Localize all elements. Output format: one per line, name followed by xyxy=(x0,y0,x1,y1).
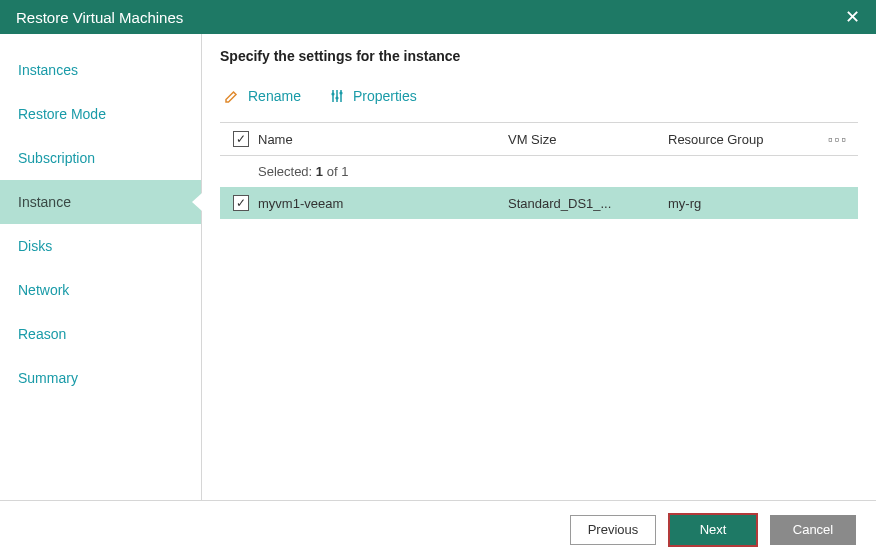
column-header-resource-group[interactable]: Resource Group xyxy=(668,132,818,147)
pencil-icon xyxy=(224,88,240,104)
rename-button[interactable]: Rename xyxy=(224,88,301,104)
row-checkbox[interactable]: ✓ xyxy=(233,195,249,211)
sidebar-item-disks[interactable]: Disks xyxy=(0,224,201,268)
column-header-name[interactable]: Name xyxy=(258,132,508,147)
svg-point-2 xyxy=(339,91,342,94)
close-icon[interactable]: ✕ xyxy=(840,6,864,28)
properties-label: Properties xyxy=(353,88,417,104)
sidebar-item-label: Instance xyxy=(18,194,71,210)
sidebar-item-subscription[interactable]: Subscription xyxy=(0,136,201,180)
previous-button[interactable]: Previous xyxy=(570,515,656,545)
select-all-checkbox[interactable]: ✓ xyxy=(233,131,249,147)
sliders-icon xyxy=(329,88,345,104)
cell-resource-group: my-rg xyxy=(668,196,818,211)
svg-point-1 xyxy=(335,96,338,99)
selection-count: 1 xyxy=(316,164,323,179)
cell-vm-size: Standard_DS1_... xyxy=(508,196,668,211)
properties-button[interactable]: Properties xyxy=(329,88,417,104)
page-heading: Specify the settings for the instance xyxy=(220,48,858,64)
titlebar: Restore Virtual Machines ✕ xyxy=(0,0,876,34)
selection-prefix: Selected: xyxy=(258,164,316,179)
sidebar-item-label: Instances xyxy=(18,62,78,78)
svg-point-0 xyxy=(331,92,334,95)
selection-summary: Selected: 1 of 1 xyxy=(220,156,858,187)
sidebar-item-label: Subscription xyxy=(18,150,95,166)
column-picker-icon[interactable]: ▫▫▫ xyxy=(818,132,854,147)
cancel-button[interactable]: Cancel xyxy=(770,515,856,545)
sidebar-item-summary[interactable]: Summary xyxy=(0,356,201,400)
cell-name: myvm1-veeam xyxy=(258,196,508,211)
sidebar-item-reason[interactable]: Reason xyxy=(0,312,201,356)
window-title: Restore Virtual Machines xyxy=(16,9,183,26)
toolbar: Rename Properties xyxy=(220,88,858,104)
sidebar-item-instance[interactable]: Instance xyxy=(0,180,201,224)
column-header-vm-size[interactable]: VM Size xyxy=(508,132,668,147)
main-panel: Specify the settings for the instance Re… xyxy=(202,34,876,500)
rename-label: Rename xyxy=(248,88,301,104)
sidebar-item-network[interactable]: Network xyxy=(0,268,201,312)
header-checkbox-cell: ✓ xyxy=(224,131,258,147)
row-checkbox-cell: ✓ xyxy=(224,195,258,211)
next-button[interactable]: Next xyxy=(670,515,756,545)
selection-suffix: of 1 xyxy=(323,164,348,179)
wizard-sidebar: Instances Restore Mode Subscription Inst… xyxy=(0,34,202,500)
sidebar-item-label: Network xyxy=(18,282,69,298)
sidebar-item-label: Summary xyxy=(18,370,78,386)
table-row[interactable]: ✓ myvm1-veeam Standard_DS1_... my-rg xyxy=(220,187,858,219)
sidebar-item-restore-mode[interactable]: Restore Mode xyxy=(0,92,201,136)
table-header: ✓ Name VM Size Resource Group ▫▫▫ xyxy=(220,122,858,156)
sidebar-item-label: Reason xyxy=(18,326,66,342)
sidebar-item-label: Restore Mode xyxy=(18,106,106,122)
sidebar-item-label: Disks xyxy=(18,238,52,254)
footer: Previous Next Cancel xyxy=(0,500,876,558)
sidebar-item-instances[interactable]: Instances xyxy=(0,48,201,92)
